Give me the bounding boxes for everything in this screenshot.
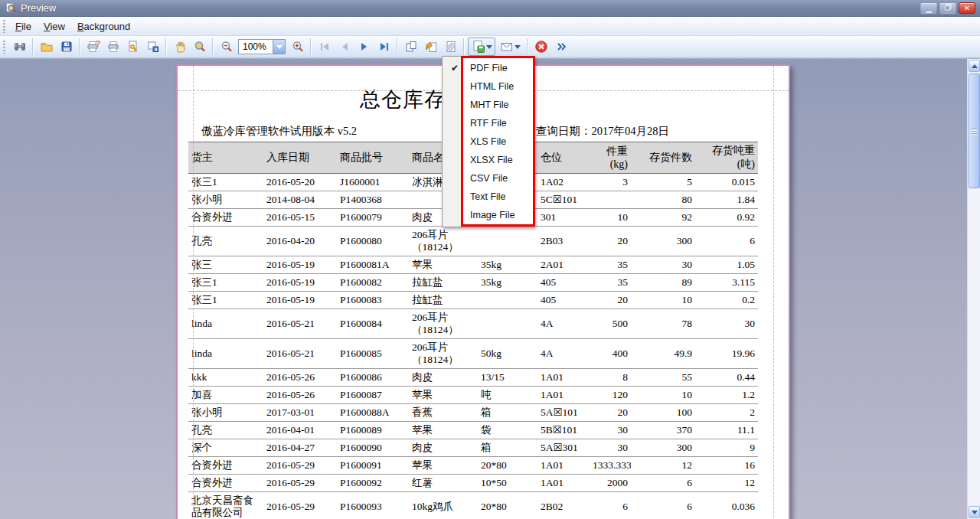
table-cell: 400 — [590, 339, 631, 369]
hand-tool-button[interactable] — [170, 38, 189, 56]
table-cell: 合资外进 — [188, 475, 263, 492]
page-background-button[interactable] — [421, 38, 440, 56]
table-cell: 12 — [631, 457, 695, 475]
export-menu-item-label: MHT File — [470, 100, 508, 110]
save-button[interactable] — [57, 38, 76, 56]
print-icon — [106, 40, 120, 54]
table-cell: 20 — [590, 227, 631, 256]
table-cell: P1400368 — [337, 191, 409, 209]
export-menu-item[interactable]: XLSX File — [443, 151, 534, 169]
close-preview-button[interactable] — [531, 38, 550, 56]
last-page-button[interactable] — [374, 38, 394, 56]
restore-button[interactable] — [939, 2, 956, 14]
scrollbar-thumb[interactable] — [969, 73, 980, 188]
watermark-button[interactable] — [441, 38, 460, 56]
export-menu-item[interactable]: Image File — [443, 206, 534, 224]
minimize-button[interactable]: ▁ — [920, 2, 937, 14]
table-cell: P1600090 — [337, 439, 409, 457]
table-cell: 405 — [537, 292, 590, 309]
export-menu-item[interactable]: MHT File — [443, 96, 534, 114]
vertical-scrollbar[interactable] — [967, 59, 980, 519]
table-row: 加喜2016-05-26P1600087苹果吨1A01120101.2 — [188, 387, 758, 404]
table-cell: 50kg — [478, 339, 537, 369]
table-cell: 2 — [695, 404, 758, 422]
export-menu-item[interactable]: ✔PDF File — [443, 59, 534, 77]
table-cell: 拉缸盐 — [409, 292, 478, 309]
previous-page-icon — [338, 40, 351, 54]
table-cell: 0.44 — [695, 369, 758, 387]
table-cell: 10 — [631, 292, 695, 309]
table-cell: 10 — [631, 387, 695, 404]
scroll-down-button[interactable] — [969, 506, 980, 518]
page-setup-button[interactable] — [123, 38, 142, 56]
toolbar: ? — [0, 36, 980, 58]
table-row: 深个2016-04-27P1600090肉皮箱5A☒301303009 — [188, 439, 758, 457]
more-buttons-chevron[interactable] — [551, 38, 570, 56]
table-cell: P1600087 — [337, 387, 409, 404]
table-cell: 肉皮 — [409, 439, 478, 457]
table-cell: 6 — [695, 227, 758, 256]
table-cell: 20*80 — [478, 457, 537, 475]
title-bar: Preview ▁ ✕ — [0, 0, 980, 17]
zoom-out-button[interactable] — [217, 38, 236, 56]
export-menu-item[interactable]: HTML File — [443, 77, 534, 96]
table-header-cell: 存货件数 — [631, 142, 695, 174]
table-cell: 2B03 — [537, 227, 590, 256]
chevron-down-icon — [514, 45, 521, 49]
open-button[interactable] — [37, 38, 56, 56]
table-header-cell: 存货吨重(吨) — [695, 142, 758, 174]
toolbar-grip[interactable] — [2, 41, 7, 54]
export-menu-item[interactable]: RTF File — [443, 114, 534, 132]
menu-item-background[interactable]: Background — [71, 18, 136, 34]
table-row: 孔亮2016-04-01P1600089苹果袋5B☒1013037011.1 — [188, 422, 758, 439]
close-button[interactable]: ✕ — [959, 2, 975, 14]
first-page-button[interactable] — [315, 38, 334, 56]
scale-button[interactable] — [143, 38, 162, 56]
table-cell: 张三1 — [188, 292, 263, 309]
quick-print-button[interactable] — [103, 38, 122, 56]
menu-item-view[interactable]: View — [38, 18, 71, 34]
table-cell: 张小明 — [188, 404, 263, 422]
separator — [397, 38, 398, 55]
multiple-pages-icon — [404, 40, 418, 54]
zoom-out-icon — [220, 40, 234, 54]
table-cell: 206耳片 （18124） — [409, 227, 478, 256]
table-header-cell: 入库日期 — [263, 142, 337, 174]
margin-guide-right — [773, 66, 774, 519]
zoom-in-button[interactable] — [288, 38, 307, 56]
table-cell: 2016-05-29 — [263, 475, 337, 492]
next-page-button[interactable] — [354, 38, 374, 56]
menubar-grip[interactable] — [2, 20, 7, 33]
table-cell: 4A — [537, 339, 590, 369]
table-cell: 加喜 — [188, 387, 263, 404]
scroll-up-button[interactable] — [969, 60, 980, 72]
export-document-button[interactable] — [468, 38, 495, 56]
double-chevron-right-icon — [554, 40, 568, 54]
zoom-combo-dropdown[interactable] — [273, 40, 285, 54]
menu-item-file[interactable]: File — [9, 18, 38, 34]
table-cell: 北京天昌斋食品有限公司 — [188, 492, 263, 519]
send-email-button[interactable] — [496, 38, 524, 56]
table-cell: 张三 — [188, 256, 263, 274]
table-cell: kkk — [188, 369, 263, 387]
export-menu-item-label: Image File — [470, 210, 514, 220]
zoom-combo[interactable]: 100% — [238, 39, 286, 54]
export-menu-item[interactable]: CSV File — [443, 169, 534, 188]
table-cell: P1600080 — [337, 227, 409, 256]
arrow-down-icon — [972, 511, 978, 514]
table-cell: 3.115 — [695, 274, 758, 292]
table-cell: P1600092 — [337, 475, 409, 492]
multiple-pages-button[interactable] — [401, 38, 420, 56]
export-menu-item[interactable]: XLS File — [443, 132, 534, 151]
print-dialog-button[interactable]: ? — [83, 38, 103, 56]
search-button[interactable] — [10, 38, 29, 56]
table-cell: 肉皮 — [409, 369, 478, 387]
magnifier-tool-button[interactable] — [190, 38, 209, 56]
table-cell: 2016-04-01 — [263, 422, 337, 439]
table-cell: 箱 — [478, 404, 537, 422]
export-menu-item[interactable]: Text File — [443, 188, 534, 206]
export-menu-item-label: XLS File — [470, 136, 506, 147]
table-cell: 2016-05-26 — [263, 369, 337, 387]
previous-page-button[interactable] — [335, 38, 354, 56]
table-cell: 12 — [695, 475, 758, 492]
